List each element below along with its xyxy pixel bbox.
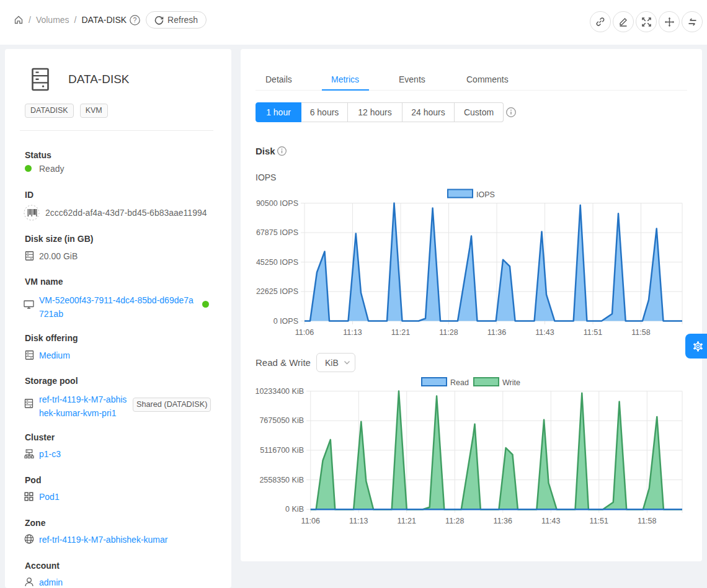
svg-text:10233400 KiB: 10233400 KiB: [256, 387, 304, 396]
svg-text:7675050 KiB: 7675050 KiB: [259, 416, 304, 425]
svg-text:5116700 KiB: 5116700 KiB: [260, 446, 304, 455]
svg-text:90500 IOPS: 90500 IOPS: [256, 199, 298, 208]
svg-text:11:06: 11:06: [295, 328, 314, 337]
svg-text:67875 IOPS: 67875 IOPS: [256, 228, 298, 237]
svg-text:?: ?: [133, 16, 137, 24]
svg-text:11:13: 11:13: [343, 328, 362, 337]
svg-text:11:43: 11:43: [535, 328, 554, 337]
svg-text:11:36: 11:36: [487, 328, 506, 337]
svg-text:11:28: 11:28: [445, 517, 464, 525]
svg-text:2558350 KiB: 2558350 KiB: [259, 476, 304, 484]
svg-text:Write: Write: [502, 378, 520, 387]
svg-text:11:28: 11:28: [439, 328, 458, 337]
svg-text:22625 IOPS: 22625 IOPS: [256, 287, 298, 296]
svg-text:IOPS: IOPS: [476, 190, 495, 199]
svg-text:11:13: 11:13: [349, 517, 368, 525]
svg-text:11:06: 11:06: [301, 517, 320, 525]
svg-text:0 KiB: 0 KiB: [285, 505, 304, 514]
svg-text:45250 IOPS: 45250 IOPS: [256, 258, 298, 267]
svg-text:11:36: 11:36: [494, 517, 512, 525]
svg-text:11:51: 11:51: [584, 328, 602, 337]
svg-text:11:58: 11:58: [638, 517, 656, 525]
svg-text:11:21: 11:21: [398, 517, 416, 525]
svg-text:11:51: 11:51: [590, 517, 608, 525]
svg-text:11:21: 11:21: [391, 328, 410, 337]
svg-text:Read: Read: [450, 378, 469, 387]
svg-text:11:43: 11:43: [541, 517, 560, 525]
svg-text:11:58: 11:58: [631, 328, 650, 337]
svg-text:0 IOPS: 0 IOPS: [273, 317, 298, 326]
